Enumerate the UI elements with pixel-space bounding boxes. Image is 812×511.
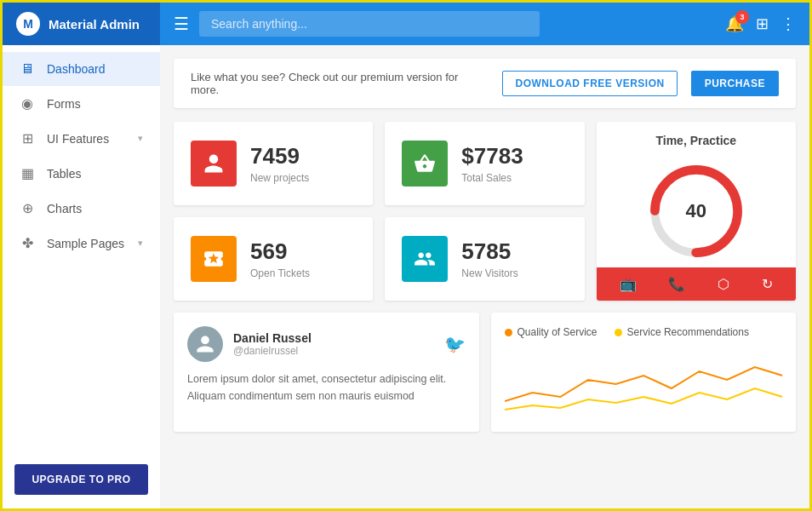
- new-projects-label: New projects: [250, 172, 309, 184]
- stat-card-new-projects: 7459 New projects: [174, 122, 373, 205]
- sidebar-nav: 🖥 Dashboard ◉ Forms ⊞ UI Features ▾ ▦ Ta…: [3, 45, 160, 454]
- donut-action-tv-icon[interactable]: 📺: [620, 276, 637, 292]
- legend-item-recommendations: Service Recommendations: [615, 326, 749, 338]
- donut-chart: 40: [649, 164, 743, 258]
- stat-card-open-tickets: 569 Open Tickets: [174, 217, 373, 301]
- charts-icon: ⊕: [20, 200, 35, 216]
- legend-label-quality: Quality of Service: [518, 326, 598, 338]
- promo-banner: Like what you see? Check out our premium…: [174, 59, 796, 108]
- total-sales-label: Total Sales: [461, 172, 523, 184]
- sidebar: M Material Admin 🖥 Dashboard ◉ Forms ⊞ U…: [3, 3, 160, 508]
- search-input[interactable]: [199, 11, 540, 37]
- new-projects-info: 7459 New projects: [250, 143, 309, 184]
- donut-action-share-icon[interactable]: ⬡: [718, 276, 729, 292]
- new-projects-value: 7459: [250, 143, 309, 169]
- sidebar-label-ui-features: UI Features: [47, 132, 109, 146]
- stats-grid: 7459 New projects $7783 Total Sales Time…: [174, 122, 796, 301]
- chart-area: [505, 350, 783, 418]
- sample-pages-icon: ✤: [20, 235, 35, 251]
- donut-actions: 📺 📞 ⬡ ↻: [597, 267, 796, 301]
- open-tickets-label: Open Tickets: [250, 267, 310, 279]
- menu-icon[interactable]: ☰: [174, 14, 189, 34]
- open-tickets-value: 569: [250, 238, 310, 265]
- sidebar-label-forms: Forms: [47, 97, 81, 111]
- more-options-icon[interactable]: ⋮: [781, 14, 796, 33]
- download-free-version-button[interactable]: DOWNLOAD FREE VERSION: [502, 71, 677, 96]
- tweet-text: Lorem ipsum dolor sit amet, consectetur …: [187, 370, 466, 405]
- main-area: ☰ 🔔 3 ⊞ ⋮ Like what you see? Check out o…: [160, 3, 809, 508]
- tweet-card: Daniel Russel @danielrussel 🐦 Lorem ipsu…: [174, 313, 479, 432]
- chevron-down-icon-2: ▾: [138, 238, 143, 249]
- sidebar-label-sample-pages: Sample Pages: [47, 237, 124, 250]
- donut-title: Time, Practice: [597, 122, 796, 154]
- sidebar-label-dashboard: Dashboard: [47, 62, 106, 76]
- apps-icon[interactable]: ⊞: [756, 14, 769, 33]
- open-tickets-icon: [191, 236, 237, 282]
- sidebar-item-tables[interactable]: ▦ Tables: [3, 156, 160, 191]
- content-area: Like what you see? Check out our premium…: [160, 45, 809, 508]
- tweet-handle: @danielrussel: [233, 345, 434, 357]
- chart-legend: Quality of Service Service Recommendatio…: [505, 326, 783, 338]
- total-sales-icon: [402, 141, 448, 187]
- sidebar-item-charts[interactable]: ⊕ Charts: [3, 191, 160, 226]
- bottom-grid: Daniel Russel @danielrussel 🐦 Lorem ipsu…: [174, 313, 796, 432]
- total-sales-value: $7783: [461, 143, 523, 169]
- sidebar-label-tables: Tables: [47, 167, 81, 181]
- chevron-down-icon: ▾: [138, 133, 143, 144]
- sidebar-item-forms[interactable]: ◉ Forms: [3, 86, 160, 121]
- legend-dot-recommendations: [615, 329, 622, 336]
- donut-value: 40: [686, 200, 706, 222]
- sidebar-brand: M Material Admin: [3, 3, 160, 45]
- avatar: [187, 326, 223, 362]
- legend-item-quality: Quality of Service: [505, 326, 598, 338]
- new-visitors-info: 5785 New Visitors: [461, 238, 518, 279]
- tweet-header: Daniel Russel @danielrussel 🐦: [187, 326, 466, 362]
- chart-card: Quality of Service Service Recommendatio…: [491, 313, 797, 432]
- twitter-icon: 🐦: [444, 334, 466, 354]
- sidebar-item-sample-pages[interactable]: ✤ Sample Pages ▾: [3, 226, 160, 261]
- donut-action-phone-icon[interactable]: 📞: [668, 276, 685, 292]
- notification-icon[interactable]: 🔔 3: [725, 14, 744, 33]
- ui-features-icon: ⊞: [20, 130, 35, 146]
- tweet-user: Daniel Russel @danielrussel: [233, 331, 434, 357]
- forms-icon: ◉: [20, 95, 35, 112]
- legend-dot-quality: [505, 329, 512, 336]
- notification-badge: 3: [735, 10, 749, 24]
- sidebar-item-ui-features[interactable]: ⊞ UI Features ▾: [3, 121, 160, 156]
- purchase-button[interactable]: PURCHASE: [691, 71, 779, 96]
- legend-label-recommendations: Service Recommendations: [627, 326, 749, 338]
- dashboard-icon: 🖥: [20, 61, 35, 77]
- banner-text: Like what you see? Check out our premium…: [191, 71, 489, 96]
- new-visitors-label: New Visitors: [461, 267, 518, 279]
- donut-card: Time, Practice 40 📺 📞: [597, 122, 796, 301]
- tables-icon: ▦: [20, 165, 35, 181]
- topbar-actions: 🔔 3 ⊞ ⋮: [725, 14, 796, 33]
- new-projects-icon: [191, 141, 237, 187]
- sidebar-label-charts: Charts: [47, 202, 82, 215]
- total-sales-info: $7783 Total Sales: [461, 143, 523, 184]
- sidebar-item-dashboard[interactable]: 🖥 Dashboard: [3, 52, 160, 86]
- brand-icon: M: [16, 12, 40, 36]
- donut-center: 40: [597, 154, 796, 267]
- stat-card-new-visitors: 5785 New Visitors: [385, 217, 584, 301]
- tweet-name: Daniel Russel: [233, 331, 434, 345]
- upgrade-to-pro-button[interactable]: UPGRADE TO PRO: [14, 464, 148, 495]
- brand-name: Material Admin: [49, 17, 140, 32]
- new-visitors-icon: [402, 236, 448, 282]
- stat-card-total-sales: $7783 Total Sales: [385, 122, 584, 205]
- topbar: ☰ 🔔 3 ⊞ ⋮: [160, 3, 809, 45]
- new-visitors-value: 5785: [461, 238, 518, 265]
- donut-action-refresh-icon[interactable]: ↻: [762, 276, 773, 292]
- open-tickets-info: 569 Open Tickets: [250, 238, 310, 279]
